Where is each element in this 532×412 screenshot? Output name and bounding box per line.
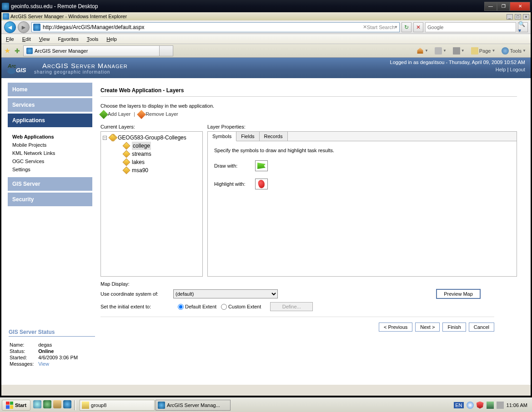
sidebar-home[interactable]: Home xyxy=(8,83,92,96)
tools-menu[interactable]: Tools ▼ xyxy=(499,46,529,56)
logout-link[interactable]: Logout xyxy=(510,67,525,72)
home-button[interactable]: ▼ xyxy=(414,46,431,56)
home-icon xyxy=(417,47,424,55)
gis-server-status: GIS Server Status Name:degas Status:Onli… xyxy=(9,329,95,367)
login-info: Logged in as degas\tsou - Thursday, Apri… xyxy=(390,60,525,65)
remove-layer-button[interactable]: Remove Layer xyxy=(138,111,178,117)
url-input[interactable] xyxy=(42,23,361,31)
tab-records[interactable]: Records xyxy=(260,132,288,141)
sidebar-applications[interactable]: Applications xyxy=(8,114,92,127)
folder-icon xyxy=(82,402,89,409)
start-button[interactable]: Start xyxy=(2,400,30,411)
sidebar-services[interactable]: Services xyxy=(8,98,92,112)
search-button[interactable]: 🔍▾ xyxy=(518,22,528,32)
address-bar[interactable]: ✕ Start Search ▾ xyxy=(31,22,400,32)
remote-desktop-title: geoinfo.sdsu.edu - Remote Desktop xyxy=(11,3,98,10)
custom-extent-radio[interactable] xyxy=(221,304,227,310)
gear-icon xyxy=(502,47,509,55)
forward-button[interactable]: ► xyxy=(18,21,30,33)
ie-minimize-button[interactable]: _ xyxy=(507,14,513,20)
page-menu[interactable]: Page ▼ xyxy=(468,46,498,56)
menu-file[interactable]: File xyxy=(6,36,14,42)
tray-shield-icon[interactable] xyxy=(477,402,484,409)
ie-close-button[interactable]: × xyxy=(523,14,529,20)
layer-properties-label: Layer Properties: xyxy=(207,124,517,129)
sidebar-sublist: Web Applications Mobile Projects KML Net… xyxy=(8,129,92,177)
sidebar-gis-server[interactable]: GIS Server xyxy=(8,177,92,191)
map-display-label: Map Display: xyxy=(100,281,517,287)
product-title: ArcGIS Server Manager xyxy=(34,53,141,69)
favorites-star-icon[interactable]: ★ xyxy=(3,47,11,55)
rss-button[interactable]: ▼ xyxy=(432,46,449,56)
sublink-ogc[interactable]: OGC Services xyxy=(12,157,92,165)
draw-symbol-picker[interactable] xyxy=(255,160,268,171)
previous-button[interactable]: < Previous xyxy=(379,323,412,332)
menu-favorites[interactable]: Favorites xyxy=(58,36,78,42)
menu-edit[interactable]: Edit xyxy=(22,36,31,42)
tree-layer-msa90[interactable]: msa90 xyxy=(103,166,201,174)
tray-volume-icon[interactable] xyxy=(497,402,504,409)
tray-info-icon[interactable] xyxy=(467,402,474,409)
layer-icon xyxy=(123,159,130,166)
next-button[interactable]: Next > xyxy=(415,323,440,332)
start-search-label[interactable]: ✕ Start Search ▾ xyxy=(361,24,399,30)
ql-ie-icon[interactable] xyxy=(63,400,71,408)
new-tab-button[interactable] xyxy=(160,45,173,56)
finish-button[interactable]: Finish xyxy=(442,323,466,332)
menu-help[interactable]: Help xyxy=(106,36,117,42)
highlight-symbol-picker[interactable] xyxy=(255,179,268,189)
clock[interactable]: 11:06 AM xyxy=(507,402,527,408)
tree-layer-college[interactable]: college xyxy=(103,142,201,150)
tab-symbols[interactable]: Symbols xyxy=(208,132,236,141)
remote-desktop-titlebar: geoinfo.sdsu.edu - Remote Desktop — ❐ ✕ xyxy=(0,0,532,12)
collapse-icon[interactable]: – xyxy=(103,136,107,140)
tree-layer-lakes[interactable]: lakes xyxy=(103,158,201,166)
task-ie[interactable]: ArcGIS Server Manag... xyxy=(156,400,231,411)
add-favorite-icon[interactable]: ✚ xyxy=(13,47,21,55)
stop-button[interactable]: ✕ xyxy=(413,22,423,32)
ie-titlebar: ArcGIS Server Manager - Windows Internet… xyxy=(1,12,531,20)
back-button[interactable]: ◄ xyxy=(4,21,16,33)
tab-fields[interactable]: Fields xyxy=(236,132,259,141)
tray-network-icon[interactable] xyxy=(487,402,494,409)
sublink-kml[interactable]: KML Network Links xyxy=(12,149,92,157)
windows-taskbar: Start group8 ArcGIS Server Manag... EN 1… xyxy=(0,397,532,412)
coord-system-select[interactable]: (default) xyxy=(173,289,278,298)
sidebar-security[interactable]: Security xyxy=(8,193,92,206)
minimize-button[interactable]: — xyxy=(484,2,497,11)
flag-icon xyxy=(257,163,266,169)
ql-catalog-icon[interactable] xyxy=(53,400,61,408)
sublink-mobile-projects[interactable]: Mobile Projects xyxy=(12,141,92,149)
default-extent-radio[interactable] xyxy=(178,304,184,310)
print-button[interactable]: ▼ xyxy=(450,46,467,56)
svg-point-1 xyxy=(7,69,15,74)
ie-maximize-button[interactable]: □ xyxy=(515,14,521,20)
main-content: Create Web Application - Layers Choose t… xyxy=(92,78,531,385)
sublink-settings[interactable]: Settings xyxy=(12,165,92,174)
define-button: Define... xyxy=(270,302,313,311)
ie-menu-bar: File Edit View Favorites Tools Help xyxy=(1,34,531,44)
ql-desktop-icon[interactable] xyxy=(33,400,41,408)
maximize-button[interactable]: ❐ xyxy=(497,2,510,11)
layers-tree: – GEOG583-Group8-Colleges college stream… xyxy=(100,131,203,277)
close-button[interactable]: ✕ xyxy=(510,2,530,11)
tree-layer-streams[interactable]: streams xyxy=(103,150,201,158)
menu-view[interactable]: View xyxy=(39,36,50,42)
messages-view-link[interactable]: View xyxy=(38,361,81,367)
menu-tools[interactable]: Tools xyxy=(87,36,99,42)
cancel-button[interactable]: Cancel xyxy=(469,323,494,332)
preview-map-button[interactable]: Preview Map xyxy=(436,289,481,299)
language-indicator[interactable]: EN xyxy=(454,402,463,408)
sublink-web-applications[interactable]: Web Applications xyxy=(12,133,92,141)
refresh-button[interactable]: ↻ xyxy=(402,22,412,32)
add-layer-button[interactable]: Add Layer xyxy=(100,111,130,117)
rd-window-buttons: — ❐ ✕ xyxy=(484,2,530,11)
tree-root[interactable]: – GEOG583-Group8-Colleges xyxy=(103,134,201,142)
ql-globe-icon[interactable] xyxy=(43,400,51,408)
page-icon xyxy=(33,24,40,31)
status-heading: GIS Server Status xyxy=(9,329,95,337)
search-box[interactable]: Google xyxy=(425,22,516,32)
help-link[interactable]: Help xyxy=(496,67,506,72)
ie-icon xyxy=(3,13,9,20)
task-folder[interactable]: group8 xyxy=(80,400,155,411)
